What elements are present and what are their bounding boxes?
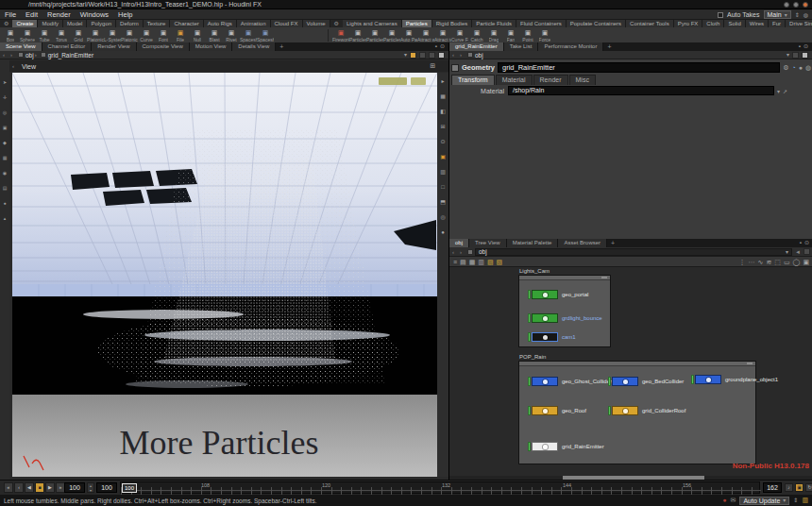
node-body[interactable] [532,377,558,386]
shelf-tab[interactable]: Model [63,20,87,27]
shelf-tool[interactable]: ▣Drag [485,27,502,43]
camera-lock-icon[interactable]: ◎ [440,214,445,221]
shelf-tool[interactable]: ▣Particles fr [349,27,366,43]
network-node[interactable]: geo_Ghost_Collider [528,377,612,386]
shelf-gear-icon[interactable]: ⚙ [330,20,343,27]
more-vertical-icon[interactable]: ⋮ [739,258,746,266]
shelf-tab[interactable]: Animation [237,20,271,27]
pane-tab[interactable]: Channel Editor [42,42,93,51]
shelf-tab[interactable]: Volume [303,20,330,27]
shelf-tab[interactable]: Create [12,20,38,27]
audio-toggle-icon[interactable]: ♪ [785,483,793,492]
add-pane-tab-icon[interactable]: + [607,239,618,247]
timeline-ruler[interactable]: 100 108120132144156 [120,481,760,494]
pane-tab[interactable]: Tree View [469,239,507,247]
shelf-tool[interactable]: ▣L-System [104,27,121,43]
pane-maximize-icon[interactable]: ⊙ [440,42,445,51]
step-back-button[interactable]: ‹ [14,482,24,493]
normals-display-icon[interactable]: □ [441,184,445,191]
pane-tab[interactable]: obj [449,239,469,247]
shelf-tab[interactable]: Wires [746,20,769,27]
pane-tab[interactable]: Take List [504,42,539,51]
take-selector[interactable]: Main▾ [764,10,791,19]
shelf-tab[interactable]: Solid [724,20,745,27]
shelf-tool[interactable]: ▣Attract to [434,27,451,43]
shelf-tool[interactable]: ▣Tube [36,27,53,43]
range-start-field[interactable]: 100 [64,482,85,493]
link-icon[interactable] [429,52,435,59]
shelf-tab[interactable]: Fluid Containers [516,20,567,27]
display-flag[interactable] [528,377,531,386]
wireframe-icon[interactable]: ⊞ [440,124,445,130]
take-spinner-icon[interactable]: ⇕ [795,12,800,18]
path-node[interactable]: grid_RainEmitter [48,52,93,59]
grid-toggle-icon[interactable]: ⬒ [440,199,446,206]
shelf-tab[interactable]: Populate Containers [567,20,626,27]
forward-icon[interactable]: › [457,52,465,58]
pane-split-icon[interactable]: ▪ [800,239,802,247]
camera-label-badge[interactable] [379,77,407,85]
fullscreen-icon[interactable]: ▣ [803,258,809,266]
menu-item[interactable]: File [0,10,21,19]
layout-nodes-icon[interactable]: ∿ [758,258,764,266]
add-pane-tab-icon[interactable]: + [603,42,615,51]
scale-tool-icon[interactable]: ▣ [3,126,8,130]
layout-single-icon[interactable]: ▸ [441,78,444,85]
pane-maximize-icon[interactable]: ⊙ [804,42,808,51]
move-tool-icon[interactable]: ✛ [3,95,7,100]
pose-tool-icon[interactable]: ▤ [3,186,8,191]
node-label[interactable]: geo_Ghost_Collider [562,379,612,384]
shelf-tool[interactable]: ▣Curve [138,27,155,43]
shelf-tab[interactable]: Lights and Cameras [343,20,402,27]
shelf-tab[interactable]: Polygon [87,20,116,27]
auto-takes-checkbox[interactable] [718,12,723,18]
node-body[interactable] [532,406,558,415]
stop-button[interactable]: ■ [35,482,44,493]
pane-tab[interactable]: Scene View [0,42,42,51]
back-icon[interactable]: ‹ [449,249,457,255]
jump-to-node-icon[interactable]: ➚ [780,88,787,94]
shelf-tab[interactable]: Modify [38,20,63,27]
view-tool-icon[interactable]: ◉ [3,171,7,176]
pane-tab[interactable]: Material Palette [507,239,559,247]
network-path-field[interactable]: obj ▾ [475,248,792,256]
folder-icon[interactable]: ▧ [497,258,503,266]
update-mode-selector[interactable]: Auto Update▾ [739,497,789,505]
shelf-tab[interactable]: Pyro FX [674,20,703,27]
float-pane-icon[interactable] [804,248,810,255]
thumbnails-icon[interactable]: ▦ [469,258,476,266]
node-body[interactable] [612,377,638,386]
forward-icon[interactable]: › [457,249,465,255]
pane-tab[interactable]: Asset Browser [558,239,607,247]
expand-icon[interactable]: ▴ [4,216,7,221]
display-flag[interactable] [528,442,531,451]
help-globe-icon[interactable]: ◍ [804,12,808,18]
view-label-badge[interactable] [411,77,426,85]
shelf-tab[interactable]: Particle Fluids [472,20,516,27]
network-node[interactable]: geo_BedCollider [608,377,684,386]
range-spinner[interactable]: ▴▾ [87,482,94,493]
pane-maximize-icon[interactable]: ⊙ [804,239,809,247]
display-flag[interactable] [528,406,531,415]
folder-tab[interactable]: Transform [451,75,495,85]
points-display-icon[interactable]: ▥ [440,169,446,176]
options-icon[interactable]: ● [441,229,445,236]
node-label[interactable]: geo_BedCollider [642,379,684,384]
minimize-icon[interactable] [784,2,789,8]
list-view-icon[interactable]: ≡ [453,258,457,266]
node-body[interactable] [532,442,558,451]
pane-tab[interactable]: Motion View [190,42,233,51]
shelf-tool[interactable]: ▣Box [2,27,19,43]
chevron-down-icon[interactable]: ▾ [404,52,407,58]
shelf-tool[interactable]: ▣Torus [53,27,70,43]
overview-icon[interactable]: ▭ [784,258,790,266]
shade-mode-icon[interactable]: ◧ [440,109,446,115]
display-flag[interactable] [608,406,611,415]
folder-tab[interactable]: Misc [569,75,596,85]
display-flag[interactable] [691,375,694,384]
shelf-tab[interactable]: Cloud FX [271,20,303,27]
pane-tab[interactable]: Composite View [137,42,190,51]
lighting-icon[interactable]: ⊙ [440,139,445,145]
shelf-tab[interactable]: Container Tools [626,20,674,27]
network-node[interactable]: grid_ColliderRoof [608,406,685,415]
